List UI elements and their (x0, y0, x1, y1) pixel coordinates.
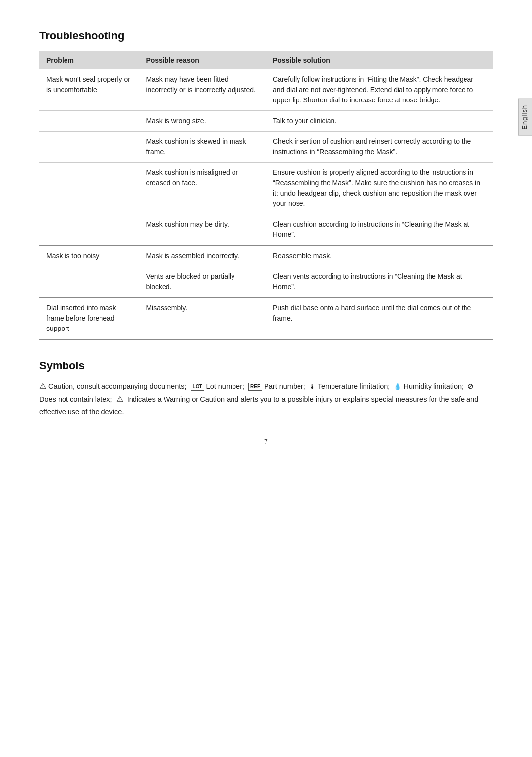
caution-icon: ⚠ (39, 382, 46, 390)
problem-cell: Mask is too noisy (39, 245, 139, 266)
table-row: Mask cushion is skewed in mask frame.Che… (39, 132, 493, 163)
page-number: 7 (39, 438, 493, 446)
troubleshooting-heading: Troubleshooting (39, 30, 493, 42)
solution-cell: Talk to your clinician. (266, 111, 493, 132)
symbols-heading: Symbols (39, 360, 493, 372)
solution-cell: Check insertion of cushion and reinsert … (266, 132, 493, 163)
reason-cell: Misassembly. (139, 297, 266, 339)
solution-cell: Ensure cushion is properly aligned accor… (266, 163, 493, 214)
solution-cell: Clean vents according to instructions in… (266, 266, 493, 298)
table-header-row: Problem Possible reason Possible solutio… (39, 51, 493, 69)
table-row: Mask is too noisyMask is assembled incor… (39, 245, 493, 266)
humidity-icon: 💧 (394, 383, 401, 390)
reason-cell: Mask cushion is misaligned or creased on… (139, 163, 266, 214)
reason-cell: Mask cushion is skewed in mask frame. (139, 132, 266, 163)
problem-cell: Mask won't seal properly or is uncomfort… (39, 69, 139, 111)
lot-icon: LOT (191, 383, 204, 391)
table-row: Mask cushion is misaligned or creased on… (39, 163, 493, 214)
table-row: Dial inserted into mask frame before for… (39, 297, 493, 339)
temperature-icon: 🌡 (309, 383, 316, 390)
problem-cell (39, 132, 139, 163)
problem-cell (39, 214, 139, 246)
problem-cell (39, 111, 139, 132)
solution-cell: Clean cushion according to instructions … (266, 214, 493, 246)
solution-cell: Push dial base onto a hard surface until… (266, 297, 493, 339)
reason-cell: Mask is wrong size. (139, 111, 266, 132)
solution-cell: Reassemble mask. (266, 245, 493, 266)
solution-cell: Carefully follow instructions in “Fittin… (266, 69, 493, 111)
no-latex-icon: ⊘ (467, 382, 474, 390)
symbols-section: Symbols ⚠ Caution, consult accompanying … (39, 360, 493, 418)
reason-cell: Mask cushion may be dirty. (139, 214, 266, 246)
ref-icon: REF (248, 383, 262, 391)
table-row: Vents are blocked or partially blocked.C… (39, 266, 493, 298)
table-row: Mask cushion may be dirty.Clean cushion … (39, 214, 493, 246)
problem-cell (39, 266, 139, 298)
col-header-solution: Possible solution (266, 51, 493, 69)
problem-cell: Dial inserted into mask frame before for… (39, 297, 139, 339)
page: English Troubleshooting Problem Possible… (0, 0, 532, 475)
symbols-text: ⚠ Caution, consult accompanying document… (39, 379, 493, 418)
table-row: Mask is wrong size.Talk to your clinicia… (39, 111, 493, 132)
warning-icon-2: ⚠ (116, 395, 123, 403)
table-row: Mask won't seal properly or is uncomfort… (39, 69, 493, 111)
reason-cell: Mask may have been fitted incorrectly or… (139, 69, 266, 111)
reason-cell: Mask is assembled incorrectly. (139, 245, 266, 266)
col-header-problem: Problem (39, 51, 139, 69)
problem-cell (39, 163, 139, 214)
side-tab-english: English (518, 99, 532, 136)
reason-cell: Vents are blocked or partially blocked. (139, 266, 266, 298)
col-header-reason: Possible reason (139, 51, 266, 69)
troubleshooting-table: Problem Possible reason Possible solutio… (39, 51, 493, 340)
